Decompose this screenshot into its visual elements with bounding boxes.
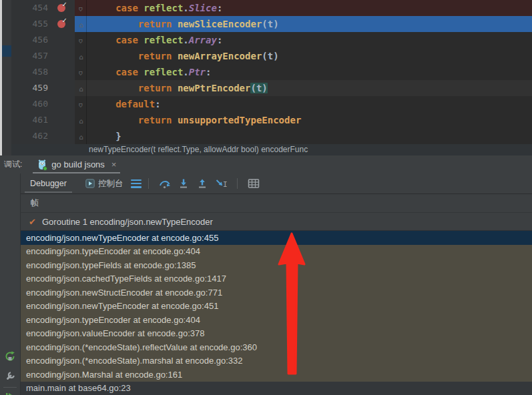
fold-marker-icon[interactable]: ⌂: [79, 22, 83, 29]
line-number[interactable]: 454: [11, 0, 48, 16]
code-line-462[interactable]: 462⌂ }: [11, 128, 532, 144]
code-line-454[interactable]: 454✓⌂ case reflect.Slice:: [11, 0, 532, 16]
settings-wrench-icon[interactable]: [5, 371, 15, 382]
stack-frame-row[interactable]: encoding/json.typeFields at encode.go:13…: [21, 258, 532, 272]
code-text: return newArrayEncoder(t): [87, 48, 279, 64]
console-icon: [85, 179, 95, 188]
stack-frame-row[interactable]: encoding/json.typeEncoder at encode.go:4…: [21, 313, 532, 327]
code-text: }: [87, 128, 121, 144]
stack-frames-list: encoding/json.newTypeEncoder at encode.g…: [21, 231, 532, 395]
line-number[interactable]: 462: [11, 128, 48, 144]
breakpoint-verified-check-icon: ✓: [62, 17, 67, 24]
code-editor: 454✓⌂ case reflect.Slice:455✓⌂ return ne…: [0, 0, 532, 155]
debugger-side-toolbar: [0, 173, 21, 395]
close-icon[interactable]: ×: [111, 159, 117, 169]
gutter-cell[interactable]: 460: [11, 96, 75, 112]
code-line-body[interactable]: ⌂ case reflect.Array:: [75, 32, 532, 48]
code-line-458[interactable]: 458⌂ case reflect.Ptr:: [11, 64, 532, 80]
hamburger-icon[interactable]: [131, 179, 142, 188]
breakpoint-slot[interactable]: ✓: [48, 4, 75, 12]
code-line-460[interactable]: 460⌂ default:: [11, 96, 532, 112]
debugger-toolbar: Debugger 控制台: [21, 173, 532, 194]
line-number[interactable]: 459: [11, 80, 48, 96]
code-line-body[interactable]: ⌂ return newPtrEncoder(t): [75, 80, 532, 96]
gutter-cell[interactable]: 456: [11, 32, 75, 48]
fold-marker-icon[interactable]: ⌂: [79, 70, 83, 77]
code-text: case reflect.Slice:: [87, 0, 222, 16]
step-out-icon[interactable]: [196, 178, 208, 189]
line-number[interactable]: 456: [11, 32, 48, 48]
gutter-cell[interactable]: 459: [11, 80, 75, 96]
stack-frame-row[interactable]: encoding/json.Marshal at encode.go:161: [21, 368, 532, 382]
gutter-cell[interactable]: 461: [11, 112, 75, 128]
code-line-body[interactable]: ⌂ default:: [75, 96, 532, 112]
line-number[interactable]: 461: [11, 112, 48, 128]
breakpoint-slot[interactable]: ✓: [48, 20, 75, 28]
step-over-icon[interactable]: [159, 178, 171, 189]
debug-toolwindow-title: 调试:: [4, 159, 22, 170]
code-line-body[interactable]: ⌂ case reflect.Slice:: [75, 0, 532, 16]
fold-marker-icon[interactable]: ⌂: [79, 6, 83, 13]
code-text: case reflect.Array:: [87, 32, 222, 48]
code-lines: 454✓⌂ case reflect.Slice:455✓⌂ return ne…: [11, 0, 532, 144]
context-function-signature: newTypeEncoder(t reflect.Type, allowAddr…: [89, 145, 308, 154]
stack-frame-row[interactable]: encoding/json.typeEncoder at encode.go:4…: [21, 245, 532, 259]
code-line-body[interactable]: ⌂ return newArrayEncoder(t): [75, 48, 532, 64]
toolbar-separator: [3, 387, 17, 388]
gutter-cell[interactable]: 458: [11, 64, 75, 80]
frames-tab-label: 帧: [31, 198, 39, 209]
gutter-cell[interactable]: 455✓: [11, 16, 75, 32]
tab-debugger[interactable]: Debugger: [22, 173, 75, 193]
goroutine-status-check-icon: ✔: [29, 217, 38, 227]
stack-frame-row[interactable]: encoding/json.valueEncoder at encode.go:…: [21, 327, 532, 341]
rerun-icon[interactable]: [5, 351, 15, 362]
line-number[interactable]: 457: [11, 48, 48, 64]
editor-stripe-marker: [2, 45, 11, 57]
breakpoint-icon[interactable]: ✓: [57, 20, 65, 28]
run-config-tab-label: go build jsons: [51, 159, 105, 169]
code-line-455[interactable]: 455✓⌂ return newSliceEncoder(t): [11, 16, 532, 32]
code-line-body[interactable]: ⌂ case reflect.Ptr:: [75, 64, 532, 80]
run-config-tab[interactable]: go build jsons ×: [33, 155, 120, 173]
gutter-cell[interactable]: 457: [11, 48, 75, 64]
svg-text:I: I: [223, 180, 227, 189]
evaluate-grid-icon[interactable]: [248, 178, 260, 189]
splitter-handle[interactable]: [0, 0, 2, 155]
gutter-cell[interactable]: 462: [11, 128, 75, 144]
gutter-cell[interactable]: 454✓: [11, 0, 75, 16]
fold-marker-icon[interactable]: ⌂: [79, 102, 83, 109]
code-text: default:: [87, 96, 161, 112]
fold-marker-icon[interactable]: ⌂: [79, 134, 83, 141]
stack-frame-row[interactable]: encoding/json.cachedTypeFields at encode…: [21, 272, 532, 286]
fold-marker-icon[interactable]: ⌂: [79, 118, 83, 125]
step-into-icon[interactable]: [178, 178, 190, 189]
stack-frame-row[interactable]: encoding/json.newStructEncoder at encode…: [21, 286, 532, 300]
context-info-bar: newTypeEncoder(t reflect.Type, allowAddr…: [11, 144, 532, 155]
stack-frame-row[interactable]: encoding/json.(*encodeState).reflectValu…: [21, 340, 532, 354]
code-line-456[interactable]: 456⌂ case reflect.Array:: [11, 32, 532, 48]
stack-frame-row[interactable]: encoding/json.(*encodeState).marshal at …: [21, 354, 532, 368]
frames-panel-header[interactable]: 帧: [21, 194, 532, 213]
stack-frame-row[interactable]: encoding/json.newTypeEncoder at encode.g…: [21, 231, 532, 245]
fold-marker-icon[interactable]: ⌂: [79, 38, 83, 45]
line-number[interactable]: 458: [11, 64, 48, 80]
breakpoint-icon[interactable]: ✓: [57, 4, 65, 12]
code-line-body[interactable]: ⌂ }: [75, 128, 532, 144]
fold-marker-icon[interactable]: ⌂: [79, 86, 83, 93]
line-number[interactable]: 460: [11, 96, 48, 112]
code-line-457[interactable]: 457⌂ return newArrayEncoder(t): [11, 48, 532, 64]
resume-icon[interactable]: [5, 391, 15, 395]
stack-frame-row[interactable]: main.main at base64.go:23: [21, 382, 532, 395]
code-line-body[interactable]: ⌂ return newSliceEncoder(t): [75, 16, 532, 32]
stack-frame-row[interactable]: encoding/json.newTypeEncoder at encode.g…: [21, 300, 532, 314]
debug-toolwindow-header: 调试: go build jsons ×: [0, 155, 532, 173]
goroutine-selector[interactable]: ✔ Goroutine 1 encoding/json.newTypeEncod…: [21, 213, 532, 231]
line-number[interactable]: 455: [11, 16, 48, 32]
code-line-459[interactable]: 459⌂ return newPtrEncoder(t): [11, 80, 532, 96]
run-to-cursor-icon[interactable]: I: [215, 178, 227, 189]
code-line-461[interactable]: 461⌂ return unsupportedTypeEncoder: [11, 112, 532, 128]
code-line-body[interactable]: ⌂ return unsupportedTypeEncoder: [75, 112, 532, 128]
code-text: case reflect.Ptr:: [87, 64, 212, 80]
fold-marker-icon[interactable]: ⌂: [79, 54, 83, 61]
tab-console[interactable]: 控制台: [85, 178, 123, 189]
